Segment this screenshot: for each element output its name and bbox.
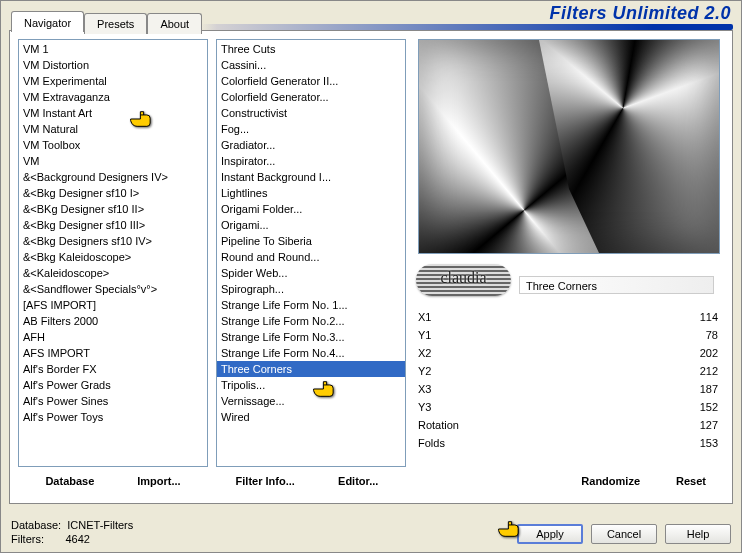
slider-value: 127: [678, 419, 718, 431]
slider-value: 153: [678, 437, 718, 449]
list-item[interactable]: Strange Life Form No. 1...: [217, 297, 405, 313]
list-item[interactable]: Cassini...: [217, 57, 405, 73]
tab-presets[interactable]: Presets: [84, 13, 147, 34]
slider-label: X1: [418, 311, 478, 323]
app-title: Filters Unlimited 2.0: [549, 3, 731, 24]
slider-label: Y2: [418, 365, 478, 377]
slider-label: Rotation: [418, 419, 478, 431]
list-item[interactable]: VM 1: [19, 41, 207, 57]
slider-row[interactable]: Y178: [418, 326, 718, 344]
randomize-button[interactable]: Randomize: [579, 473, 642, 489]
list-item[interactable]: Strange Life Form No.4...: [217, 345, 405, 361]
tab-about[interactable]: About: [147, 13, 202, 34]
list-item[interactable]: &<Kaleidoscope>: [19, 265, 207, 281]
slider-row[interactable]: Rotation127: [418, 416, 718, 434]
list-item[interactable]: AFS IMPORT: [19, 345, 207, 361]
list-item[interactable]: VM Instant Art: [19, 105, 207, 121]
list-item[interactable]: &<Bkg Designer sf10 III>: [19, 217, 207, 233]
cancel-button[interactable]: Cancel: [591, 524, 657, 544]
list-item[interactable]: Fog...: [217, 121, 405, 137]
list-item[interactable]: &<BKg Designer sf10 II>: [19, 201, 207, 217]
list-item[interactable]: Constructivist: [217, 105, 405, 121]
apply-button[interactable]: Apply: [517, 524, 583, 544]
list-item[interactable]: Three Corners: [217, 361, 405, 377]
slider-value: 202: [678, 347, 718, 359]
import-button[interactable]: Import...: [135, 473, 182, 489]
list-item[interactable]: Tripolis...: [217, 377, 405, 393]
slider-label: Y1: [418, 329, 478, 341]
list-item[interactable]: Alf's Power Sines: [19, 393, 207, 409]
footer-info: Database: ICNET-Filters Filters: 4642: [11, 518, 133, 546]
main-panel: VM 1VM DistortionVM ExperimentalVM Extra…: [9, 30, 733, 504]
slider-value: 212: [678, 365, 718, 377]
list-item[interactable]: [AFS IMPORT]: [19, 297, 207, 313]
editor-button[interactable]: Editor...: [336, 473, 380, 489]
list-item[interactable]: Origami...: [217, 217, 405, 233]
slider-label: Folds: [418, 437, 478, 449]
list-item[interactable]: VM Experimental: [19, 73, 207, 89]
preview-image: [418, 39, 720, 254]
slider-row[interactable]: X2202: [418, 344, 718, 362]
list-item[interactable]: Wired: [217, 409, 405, 425]
parameter-panel: X1114Y178X2202Y2212X3187Y3152Rotation127…: [418, 308, 718, 467]
slider-label: X2: [418, 347, 478, 359]
slider-row[interactable]: Folds153: [418, 434, 718, 452]
reset-button[interactable]: Reset: [674, 473, 708, 489]
list-item[interactable]: Colorfield Generator...: [217, 89, 405, 105]
slider-value: 78: [678, 329, 718, 341]
list-item[interactable]: Alf's Border FX: [19, 361, 207, 377]
list-item[interactable]: VM: [19, 153, 207, 169]
list-item[interactable]: Spirograph...: [217, 281, 405, 297]
filter-list[interactable]: Three CutsCassini...Colorfield Generator…: [216, 39, 406, 467]
list-item[interactable]: VM Distortion: [19, 57, 207, 73]
list-item[interactable]: Alf's Power Toys: [19, 409, 207, 425]
list-item[interactable]: Strange Life Form No.2...: [217, 313, 405, 329]
slider-row[interactable]: Y2212: [418, 362, 718, 380]
slider-row[interactable]: Y3152: [418, 398, 718, 416]
list-item[interactable]: Round and Round...: [217, 249, 405, 265]
list-item[interactable]: Lightlines: [217, 185, 405, 201]
list-item[interactable]: Alf's Power Grads: [19, 377, 207, 393]
tab-bar: Navigator Presets About: [11, 11, 202, 32]
list-item[interactable]: VM Natural: [19, 121, 207, 137]
list-item[interactable]: AFH: [19, 329, 207, 345]
slider-label: Y3: [418, 401, 478, 413]
slider-row[interactable]: X3187: [418, 380, 718, 398]
list-item[interactable]: &<Bkg Kaleidoscope>: [19, 249, 207, 265]
list-item[interactable]: Origami Folder...: [217, 201, 405, 217]
category-list[interactable]: VM 1VM DistortionVM ExperimentalVM Extra…: [18, 39, 208, 467]
slider-row[interactable]: X1114: [418, 308, 718, 326]
list-item[interactable]: Three Cuts: [217, 41, 405, 57]
list-item[interactable]: Spider Web...: [217, 265, 405, 281]
list-item[interactable]: &<Sandflower Specials°v°>: [19, 281, 207, 297]
author-stamp: [416, 264, 511, 296]
list-item[interactable]: &<Background Designers IV>: [19, 169, 207, 185]
list-item[interactable]: AB Filters 2000: [19, 313, 207, 329]
slider-value: 114: [678, 311, 718, 323]
tab-navigator[interactable]: Navigator: [11, 11, 84, 32]
database-button[interactable]: Database: [43, 473, 96, 489]
filter-name-display: Three Corners: [519, 276, 714, 294]
list-item[interactable]: VM Toolbox: [19, 137, 207, 153]
list-item[interactable]: &<Bkg Designers sf10 IV>: [19, 233, 207, 249]
list-item[interactable]: &<Bkg Designer sf10 I>: [19, 185, 207, 201]
list-item[interactable]: Instant Background I...: [217, 169, 405, 185]
slider-label: X3: [418, 383, 478, 395]
list-item[interactable]: Strange Life Form No.3...: [217, 329, 405, 345]
help-button[interactable]: Help: [665, 524, 731, 544]
list-item[interactable]: Inspirator...: [217, 153, 405, 169]
filter-info-button[interactable]: Filter Info...: [234, 473, 297, 489]
slider-value: 187: [678, 383, 718, 395]
list-item[interactable]: Pipeline To Siberia: [217, 233, 405, 249]
list-item[interactable]: VM Extravaganza: [19, 89, 207, 105]
slider-value: 152: [678, 401, 718, 413]
list-item[interactable]: Colorfield Generator II...: [217, 73, 405, 89]
list-item[interactable]: Gradiator...: [217, 137, 405, 153]
list-item[interactable]: Vernissage...: [217, 393, 405, 409]
